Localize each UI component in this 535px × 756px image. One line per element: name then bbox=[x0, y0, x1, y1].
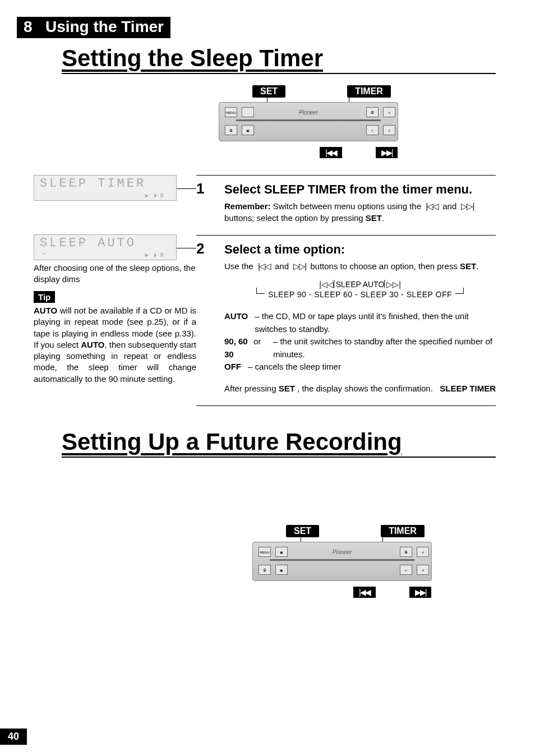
remote-set-label: SET bbox=[286, 525, 319, 537]
remote-body: MENU Pioneer ⦿ ∧ ⦿ ▣ ⎋ ∨ bbox=[219, 102, 398, 141]
remote-timer-label: TIMER bbox=[381, 525, 425, 537]
def-90-or: or bbox=[253, 336, 261, 346]
remote-illustration-1: SET TIMER MENU Pioneer ⦿ ∧ ⦿ ▣ ⎋ ∨ |◀◀ ▶… bbox=[219, 85, 421, 158]
prev-track-icon: |◁◁ bbox=[423, 201, 440, 211]
step-2: 2 Select a time option: Use the |◁◁ and … bbox=[196, 236, 496, 406]
chapter-title: Using the Timer bbox=[45, 18, 164, 35]
remote-next-button[interactable]: ▶▶| bbox=[376, 147, 398, 158]
remote-body: MENU ▣ Pioneer ⦿ ∧ ⦿ ▣ ⎋ ∨ bbox=[252, 542, 432, 581]
remote-button[interactable]: ▣ bbox=[275, 565, 288, 575]
remote-down-button[interactable]: ∨ bbox=[417, 565, 429, 575]
tip-auto-2: AUTO bbox=[81, 340, 104, 349]
remote-timer-label: TIMER bbox=[347, 85, 391, 98]
tip-auto-1: AUTO bbox=[34, 306, 57, 315]
remote-brand: Pioneer bbox=[333, 549, 352, 555]
lcd-text: SLEEP TIMER bbox=[40, 177, 146, 191]
option-definitions: AUTO – the CD, MD or tape plays until it… bbox=[224, 310, 496, 374]
def-30-key: 30 bbox=[224, 349, 234, 359]
remote-set-label: SET bbox=[252, 85, 285, 98]
lcd-arrow: ↪ bbox=[42, 250, 46, 257]
section-heading-sleep-timer: Setting the Sleep Timer bbox=[62, 45, 496, 74]
remote-up-button[interactable]: ∧ bbox=[417, 547, 429, 557]
remote-button[interactable]: ⦿ bbox=[259, 565, 271, 575]
sleep-timer-confirm: SLEEP TIMER bbox=[440, 382, 496, 394]
step-title: Select SLEEP TIMER from the timer menu. bbox=[224, 182, 496, 197]
remote-illustration-2: SET TIMER MENU ▣ Pioneer ⦿ ∧ ⦿ ▣ ⎋ ∨ |◀◀… bbox=[252, 525, 454, 598]
remote-menu-button[interactable]: MENU bbox=[259, 547, 271, 557]
remote-next-button[interactable]: ▶▶| bbox=[409, 587, 432, 598]
def-auto-val: – the CD, MD or tape plays until it's fi… bbox=[255, 310, 496, 335]
footer-b: , the display shows the bbox=[297, 384, 385, 393]
sleep-options-diagram: |◁◁ SLEEP AUTO ▷▷| SLEEP 90 - SLEEP 60 -… bbox=[224, 280, 496, 300]
chapter-tag: 8 Using the Timer bbox=[17, 17, 170, 38]
step2-text-a: Use the bbox=[224, 261, 256, 271]
remote-button[interactable]: ⎋ bbox=[400, 565, 412, 575]
remote-button[interactable]: ▣ bbox=[275, 547, 288, 557]
remember-label: Remember: bbox=[224, 201, 271, 211]
next-track-icon: ▷▷| bbox=[459, 201, 476, 211]
def-90-key: 90, 60 bbox=[224, 336, 248, 346]
lcd-sub: ▶ ⏵⏸ bbox=[145, 192, 165, 199]
remote-down-button[interactable]: ∨ bbox=[383, 125, 395, 135]
step-subtext: Remember: Switch between menu options us… bbox=[224, 200, 496, 224]
lcd2-caption: After choosing one of the sleep options,… bbox=[34, 262, 196, 284]
step-1: 1 Select SLEEP TIMER from the timer menu… bbox=[196, 176, 496, 236]
step2-footer: After pressing SET , the display shows t… bbox=[224, 382, 496, 394]
step-number: 2 bbox=[196, 240, 204, 257]
set-keyword: SET bbox=[366, 213, 382, 223]
def-off-key: OFF bbox=[224, 361, 241, 374]
step1-text-b: buttons; select the option by pressing bbox=[224, 213, 366, 223]
diagram-row: SLEEP 90 - SLEEP 60 - SLEEP 30 - SLEEP O… bbox=[265, 290, 455, 299]
connector-line bbox=[177, 248, 196, 248]
remote-button[interactable]: ⦿ bbox=[225, 125, 237, 135]
remote-menu-button[interactable]: MENU bbox=[225, 107, 237, 117]
remote-prev-button[interactable]: |◀◀ bbox=[320, 147, 342, 158]
lcd-text: SLEEP AUTO bbox=[40, 236, 136, 250]
def-auto-key: AUTO bbox=[224, 310, 248, 335]
remote-brand: Pioneer bbox=[299, 109, 318, 116]
step-number: 1 bbox=[196, 180, 204, 197]
diagram-center: |◁◁ SLEEP AUTO ▷▷| bbox=[319, 280, 401, 289]
prev-track-icon: |◁◁ bbox=[256, 261, 273, 271]
footer-a: After pressing bbox=[224, 384, 279, 393]
tip-body: AUTO will not be available if a CD or MD… bbox=[34, 305, 196, 385]
step-title: Select a time option: bbox=[224, 242, 496, 257]
lcd-display-1: SLEEP TIMER ▶ ⏵⏸ bbox=[34, 175, 177, 201]
def-90-val: – the unit switches to standby after the… bbox=[273, 335, 496, 361]
lcd-sub: ▶ ⏵⏸ bbox=[145, 251, 165, 259]
remote-up-button[interactable]: ∧ bbox=[383, 107, 395, 117]
right-column: 1 Select SLEEP TIMER from the timer menu… bbox=[196, 175, 496, 406]
lcd-display-2: SLEEP AUTO ↪ ▶ ⏵⏸ bbox=[34, 234, 177, 260]
footer-d: confirmation. bbox=[385, 384, 433, 393]
remote-button[interactable] bbox=[242, 107, 254, 117]
next-track-icon: ▷▷| bbox=[291, 261, 308, 271]
chapter-number: 8 bbox=[24, 18, 33, 35]
left-column: SLEEP TIMER ▶ ⏵⏸ SLEEP AUTO ↪ ▶ ⏵⏸ After… bbox=[34, 175, 196, 385]
page-number: 40 bbox=[0, 729, 27, 745]
set-keyword: SET bbox=[460, 261, 476, 271]
step1-text-a: Switch between menu options using the bbox=[273, 201, 424, 211]
def-off-val: – cancels the sleep timer bbox=[248, 361, 341, 374]
tip-heading: Tip bbox=[34, 291, 55, 303]
remote-button[interactable]: ⎋ bbox=[366, 125, 379, 135]
remote-prev-button[interactable]: |◀◀ bbox=[353, 587, 376, 598]
set-keyword: SET bbox=[279, 384, 295, 393]
section-heading-future-recording: Setting Up a Future Recording bbox=[62, 428, 496, 458]
step2-line1: Use the |◁◁ and ▷▷| buttons to choose an… bbox=[224, 260, 496, 272]
step2-text-b: buttons to choose an option, then press bbox=[310, 261, 460, 271]
remote-button[interactable]: ⦿ bbox=[366, 107, 379, 117]
connector-line bbox=[177, 188, 196, 189]
remote-button[interactable]: ▣ bbox=[242, 125, 254, 135]
remote-button[interactable]: ⦿ bbox=[400, 547, 412, 557]
